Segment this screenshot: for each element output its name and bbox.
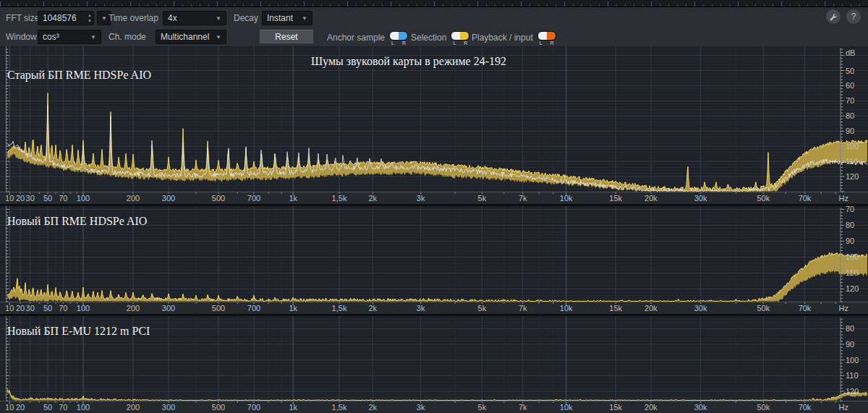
svg-text:20: 20 xyxy=(16,194,25,203)
svg-text:1,5k: 1,5k xyxy=(332,194,347,203)
svg-text:2k: 2k xyxy=(368,403,377,412)
svg-text:15k: 15k xyxy=(609,403,622,412)
svg-text:10k: 10k xyxy=(560,304,573,312)
chevron-down-icon: ▼ xyxy=(216,15,221,22)
svg-text:1,5k: 1,5k xyxy=(332,304,347,312)
svg-text:100: 100 xyxy=(77,194,90,203)
svg-text:10k: 10k xyxy=(560,403,573,412)
svg-text:700: 700 xyxy=(247,403,260,412)
svg-text:80: 80 xyxy=(846,111,854,120)
anchor-sample-toggle[interactable]: Anchor sample LR xyxy=(327,31,408,46)
svg-text:30k: 30k xyxy=(694,403,707,412)
svg-text:15k: 15k xyxy=(609,304,622,312)
svg-text:200: 200 xyxy=(127,403,140,412)
channel-mode-select[interactable]: Multichannel▼ xyxy=(156,30,226,44)
svg-text:Hz: Hz xyxy=(838,403,848,412)
svg-text:70: 70 xyxy=(846,96,854,105)
svg-text:60: 60 xyxy=(846,81,854,90)
svg-text:100: 100 xyxy=(846,252,859,261)
svg-text:70k: 70k xyxy=(799,304,812,312)
svg-text:30k: 30k xyxy=(694,304,707,312)
svg-text:3k: 3k xyxy=(417,403,425,412)
svg-text:100: 100 xyxy=(846,142,859,150)
toolbar: FFT size 1048576 ▲▼ ▼ Time overlap 4x▼ D… xyxy=(0,7,868,46)
svg-text:90: 90 xyxy=(846,127,854,135)
fft-size-stepper[interactable]: ▲▼ xyxy=(88,12,92,24)
time-overlap-label: Time overlap xyxy=(109,13,158,23)
svg-text:50: 50 xyxy=(43,194,52,203)
svg-text:5k: 5k xyxy=(478,304,487,312)
svg-text:50k: 50k xyxy=(757,304,770,312)
chevron-down-icon: ▼ xyxy=(302,15,307,22)
svg-text:500: 500 xyxy=(212,403,225,412)
svg-text:20k: 20k xyxy=(644,304,658,312)
svg-text:7k: 7k xyxy=(519,403,527,412)
svg-text:500: 500 xyxy=(212,194,225,203)
svg-text:110: 110 xyxy=(846,268,859,277)
playback-input-lr-pill[interactable] xyxy=(537,31,556,41)
svg-text:15k: 15k xyxy=(609,194,622,203)
decay-label: Decay xyxy=(234,13,258,23)
help-button[interactable]: ? xyxy=(846,9,861,25)
svg-text:70: 70 xyxy=(59,304,67,312)
playback-input-toggle[interactable]: Playback / input LR xyxy=(472,31,556,46)
window-select[interactable]: cos³▼ xyxy=(38,30,101,44)
decay-select[interactable]: Instant▼ xyxy=(262,11,312,25)
svg-text:700: 700 xyxy=(247,304,260,312)
svg-text:20: 20 xyxy=(16,403,25,412)
selection-toggle[interactable]: Selection LR xyxy=(411,31,469,46)
svg-text:1k: 1k xyxy=(289,194,297,203)
spectrum-analyzer-app: FFT size 1048576 ▲▼ ▼ Time overlap 4x▼ D… xyxy=(0,0,868,413)
svg-text:1,5k: 1,5k xyxy=(332,403,347,412)
spectrum-plot[interactable]: 10203050701002003005007001k1,5k2k3k5k7k1… xyxy=(0,46,868,204)
svg-text:5k: 5k xyxy=(478,403,487,412)
svg-text:300: 300 xyxy=(162,403,175,412)
spectrum-panel-new-psu-rme: 10203050701002003005007001k1,5k2k3k5k7k1… xyxy=(0,206,868,314)
svg-text:20k: 20k xyxy=(644,194,658,203)
svg-text:30: 30 xyxy=(26,304,35,312)
top-ruler[interactable] xyxy=(0,0,868,7)
fft-size-input[interactable]: 1048576 ▲▼ xyxy=(38,11,94,25)
svg-text:90: 90 xyxy=(846,237,854,245)
chevron-down-icon: ▼ xyxy=(216,34,221,41)
svg-text:200: 200 xyxy=(127,304,140,312)
svg-text:7k: 7k xyxy=(519,304,527,312)
svg-text:7k: 7k xyxy=(519,194,527,203)
svg-text:90: 90 xyxy=(846,340,854,349)
svg-text:80: 80 xyxy=(846,221,854,229)
svg-text:30: 30 xyxy=(26,194,35,203)
svg-text:2k: 2k xyxy=(368,194,377,203)
svg-text:70k: 70k xyxy=(799,403,812,412)
window-label: Window xyxy=(6,32,37,42)
svg-text:10: 10 xyxy=(5,304,14,312)
svg-text:110: 110 xyxy=(846,371,859,380)
svg-text:1k: 1k xyxy=(289,403,297,412)
svg-text:1k: 1k xyxy=(289,304,297,312)
svg-text:50: 50 xyxy=(43,403,52,412)
svg-text:120: 120 xyxy=(846,172,859,181)
svg-text:70k: 70k xyxy=(799,194,812,203)
svg-text:100: 100 xyxy=(77,304,90,312)
selection-lr-pill[interactable] xyxy=(451,31,469,41)
settings-wrench-button[interactable] xyxy=(825,9,841,25)
time-overlap-select[interactable]: 4x▼ xyxy=(163,11,226,25)
spectrum-plot[interactable]: 102050701002003005007001k1,5k2k3k5k7k10k… xyxy=(0,316,868,413)
reset-button[interactable]: Reset xyxy=(259,30,314,44)
svg-text:dB: dB xyxy=(846,48,855,57)
svg-text:10k: 10k xyxy=(560,194,573,203)
svg-text:2k: 2k xyxy=(368,304,377,312)
svg-text:Hz: Hz xyxy=(838,194,848,203)
spectrum-plot[interactable]: 10203050701002003005007001k1,5k2k3k5k7k1… xyxy=(0,206,868,314)
chevron-down-icon: ▼ xyxy=(90,34,96,41)
svg-text:300: 300 xyxy=(162,194,175,203)
fft-size-label: FFT size xyxy=(6,13,39,23)
svg-text:300: 300 xyxy=(162,304,175,312)
svg-text:100: 100 xyxy=(77,403,90,412)
anchor-sample-lr-pill[interactable] xyxy=(389,31,408,41)
svg-text:3k: 3k xyxy=(417,304,425,312)
svg-text:5k: 5k xyxy=(478,194,487,203)
svg-text:110: 110 xyxy=(846,157,859,166)
svg-text:500: 500 xyxy=(212,304,225,312)
svg-text:3k: 3k xyxy=(417,194,425,203)
svg-text:Hz: Hz xyxy=(838,304,848,312)
